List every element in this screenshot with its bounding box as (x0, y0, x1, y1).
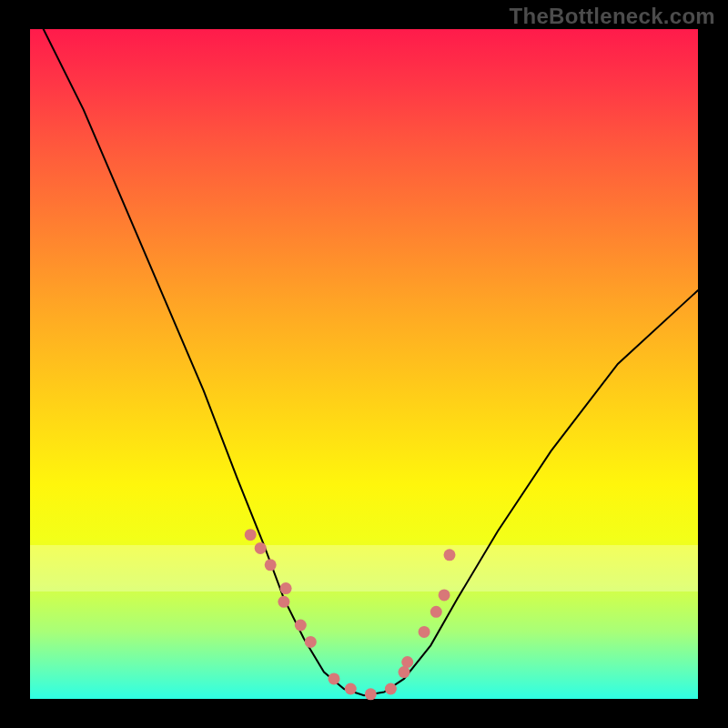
chart-frame: TheBottleneck.com (0, 0, 728, 728)
marker-dot (345, 683, 357, 695)
marker-dot (444, 549, 456, 561)
marker-dot (399, 666, 410, 678)
watermark-text: TheBottleneck.com (510, 4, 715, 29)
marker-dot (365, 688, 377, 700)
marker-dots-group (245, 529, 456, 700)
marker-dot (265, 559, 277, 571)
marker-dot (295, 620, 307, 632)
marker-dot (245, 529, 257, 541)
marker-dot (430, 606, 442, 618)
marker-dot (278, 596, 289, 608)
marker-dot (305, 636, 317, 648)
bottleneck-curve (44, 29, 698, 695)
curve-overlay (30, 29, 698, 699)
marker-dot (329, 672, 340, 684)
plot-area (30, 29, 698, 699)
marker-dot (385, 683, 397, 695)
marker-dot (401, 656, 413, 668)
marker-dot (280, 582, 292, 594)
marker-dot (419, 626, 430, 638)
marker-dot (255, 542, 267, 554)
marker-dot (439, 589, 450, 601)
